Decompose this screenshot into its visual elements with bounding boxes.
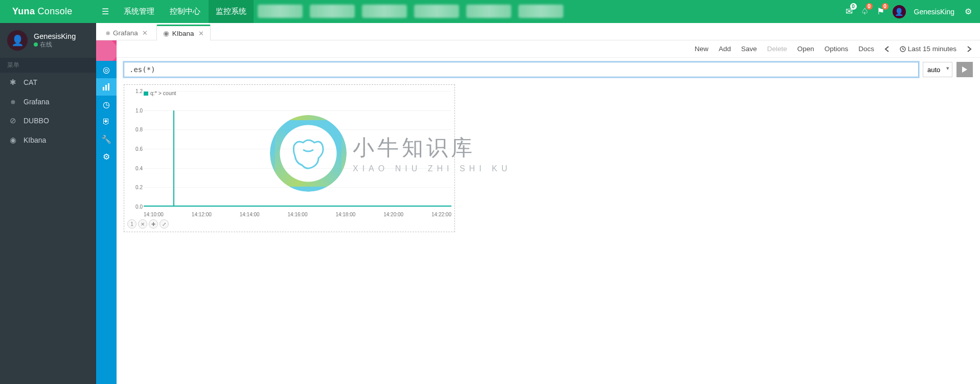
kibana-logo-icon[interactable] bbox=[96, 40, 117, 61]
timerange-picker[interactable]: Last 15 minutes bbox=[900, 45, 956, 53]
profile-status: 在线 bbox=[34, 40, 76, 49]
x-tick: 14:22:00 bbox=[431, 212, 451, 217]
kibana-rail: ◎ ◷ ⛨ 🔧 ⚙ bbox=[96, 40, 117, 384]
sidebar-item-label: Grafana bbox=[24, 98, 50, 106]
tab-label: KIbana bbox=[172, 30, 194, 37]
x-tick: 14:18:00 bbox=[335, 212, 355, 217]
sidebar-item-grafana[interactable]: ⎈Grafana bbox=[0, 92, 96, 111]
plot-area[interactable]: 0.00.20.40.60.81.01.2 bbox=[144, 91, 451, 210]
topnav-blurred-item bbox=[414, 5, 459, 18]
timeseries-chart[interactable]: q:* > count 0.00.20.40.60.81.01.2 14:10:… bbox=[124, 84, 455, 232]
brand: Yuna Console bbox=[0, 6, 96, 17]
avatar[interactable]: 👤 bbox=[893, 5, 906, 18]
main-region: ⎈ Grafana ✕ ◉ KIbana ✕ ◎ ◷ ⛨ 🔧 ⚙ New Add bbox=[96, 23, 980, 384]
username[interactable]: GenesisKing bbox=[914, 8, 954, 16]
tab-grafana[interactable]: ⎈ Grafana ✕ bbox=[99, 25, 154, 40]
tab-bar: ⎈ Grafana ✕ ◉ KIbana ✕ bbox=[96, 23, 980, 40]
brand-light: Console bbox=[38, 6, 73, 16]
y-tick: 0.0 bbox=[135, 204, 143, 210]
topnav-blurred-item bbox=[258, 5, 303, 18]
chart-ctrl-expand[interactable]: ⤢ bbox=[159, 219, 169, 229]
avatar[interactable]: 👤 bbox=[7, 30, 28, 51]
circles-icon: ⊘ bbox=[8, 116, 17, 125]
flag-badge: 0 bbox=[882, 3, 888, 10]
x-tick: 14:16:00 bbox=[288, 212, 308, 217]
x-tick: 14:10:00 bbox=[144, 212, 164, 217]
top-nav: 系统管理 控制中心 监控系统 bbox=[117, 0, 566, 23]
profile-block: 👤 GenesisKing 在线 bbox=[0, 23, 96, 58]
close-icon[interactable]: ✕ bbox=[198, 30, 204, 37]
y-tick: 0.8 bbox=[135, 127, 143, 132]
topnav-control-center[interactable]: 控制中心 bbox=[163, 0, 208, 23]
sidebar-item-label: DUBBO bbox=[24, 117, 49, 125]
y-tick: 0.2 bbox=[135, 185, 143, 190]
kibana-actions: New Add Save Delete Open Options Docs La… bbox=[117, 40, 980, 58]
query-input[interactable] bbox=[124, 62, 919, 77]
save-button[interactable]: Save bbox=[741, 45, 757, 53]
online-dot-icon bbox=[34, 42, 38, 47]
menu-header: 菜单 bbox=[0, 58, 96, 73]
add-button[interactable]: Add bbox=[719, 45, 731, 53]
y-tick: 0.6 bbox=[135, 146, 143, 152]
chart-ctrl-1[interactable]: 1 bbox=[127, 219, 136, 229]
topnav-blurred-item bbox=[518, 5, 563, 18]
rail-shield-icon[interactable]: ⛨ bbox=[96, 113, 117, 130]
query-row: auto bbox=[117, 58, 980, 81]
rail-discover-icon[interactable]: ◎ bbox=[96, 61, 117, 78]
kibana-main: New Add Save Delete Open Options Docs La… bbox=[117, 40, 980, 384]
topnav-system-manage[interactable]: 系统管理 bbox=[117, 0, 162, 23]
mail-icon[interactable]: ✉ 0 bbox=[846, 6, 853, 17]
rail-gear-icon[interactable]: ⚙ bbox=[96, 148, 117, 165]
svg-rect-0 bbox=[103, 87, 104, 91]
profile-name: GenesisKing bbox=[34, 32, 76, 40]
top-bar: Yuna Console ☰ 系统管理 控制中心 监控系统 ✉ 0 ♤ 0 ⚑ … bbox=[0, 0, 980, 23]
y-axis: 0.00.20.40.60.81.01.2 bbox=[128, 91, 143, 207]
chart-wrapper: q:* > count 0.00.20.40.60.81.01.2 14:10:… bbox=[124, 84, 455, 232]
svg-rect-2 bbox=[108, 83, 109, 91]
next-timerange-icon[interactable] bbox=[967, 45, 972, 53]
y-tick: 0.4 bbox=[135, 165, 143, 171]
settings-gear-icon[interactable]: ⚙ bbox=[963, 7, 974, 16]
data-spike bbox=[173, 110, 174, 207]
chart-ctrl-add[interactable]: ✚ bbox=[149, 219, 158, 229]
chart-controls: 1 ✕ ✚ ⤢ bbox=[127, 219, 451, 229]
sidebar-item-kibana[interactable]: ◉KIbana bbox=[0, 130, 96, 150]
rail-visualize-icon[interactable] bbox=[96, 78, 117, 96]
top-right: ✉ 0 ♤ 0 ⚑ 0 👤 GenesisKing ⚙ bbox=[846, 5, 980, 18]
sidebar-item-label: KIbana bbox=[24, 136, 46, 144]
sidebar-item-label: CAT bbox=[24, 78, 37, 86]
asterisk-icon: ✱ bbox=[8, 78, 17, 87]
gridline bbox=[144, 91, 451, 92]
tab-kibana[interactable]: ◉ KIbana ✕ bbox=[156, 25, 211, 40]
interval-select[interactable]: auto bbox=[923, 62, 952, 77]
x-tick: 14:20:00 bbox=[383, 212, 403, 217]
flag-icon[interactable]: ⚑ 0 bbox=[877, 6, 884, 17]
rail-wrench-icon[interactable]: 🔧 bbox=[96, 130, 117, 148]
open-button[interactable]: Open bbox=[797, 45, 814, 53]
close-icon[interactable]: ✕ bbox=[142, 29, 148, 37]
bell-icon[interactable]: ♤ 0 bbox=[861, 6, 869, 17]
y-tick: 1.2 bbox=[135, 88, 143, 94]
sidebar-item-cat[interactable]: ✱CAT bbox=[0, 73, 96, 92]
run-button[interactable] bbox=[956, 62, 973, 77]
new-button[interactable]: New bbox=[695, 45, 709, 53]
sidebar-nav: ✱CAT ⎈Grafana ⊘DUBBO ◉KIbana bbox=[0, 73, 96, 150]
sidebar-item-dubbo[interactable]: ⊘DUBBO bbox=[0, 111, 96, 130]
target-icon: ◉ bbox=[8, 135, 17, 145]
hamburger-icon[interactable]: ☰ bbox=[96, 7, 115, 16]
bell-badge: 0 bbox=[866, 3, 873, 10]
rail-timelion-icon[interactable]: ◷ bbox=[96, 96, 117, 113]
tab-label: Grafana bbox=[113, 29, 138, 37]
topnav-monitor-system[interactable]: 监控系统 bbox=[209, 0, 254, 23]
gridline bbox=[144, 168, 451, 169]
prev-timerange-icon[interactable] bbox=[884, 45, 890, 53]
options-button[interactable]: Options bbox=[825, 45, 849, 53]
svg-rect-1 bbox=[105, 85, 107, 91]
mail-badge: 0 bbox=[850, 3, 857, 10]
docs-button[interactable]: Docs bbox=[858, 45, 874, 53]
timerange-label: Last 15 minutes bbox=[908, 45, 956, 53]
gridline bbox=[144, 149, 451, 149]
gridline bbox=[144, 110, 451, 111]
chart-ctrl-close[interactable]: ✕ bbox=[138, 219, 147, 229]
delete-button: Delete bbox=[767, 45, 787, 53]
